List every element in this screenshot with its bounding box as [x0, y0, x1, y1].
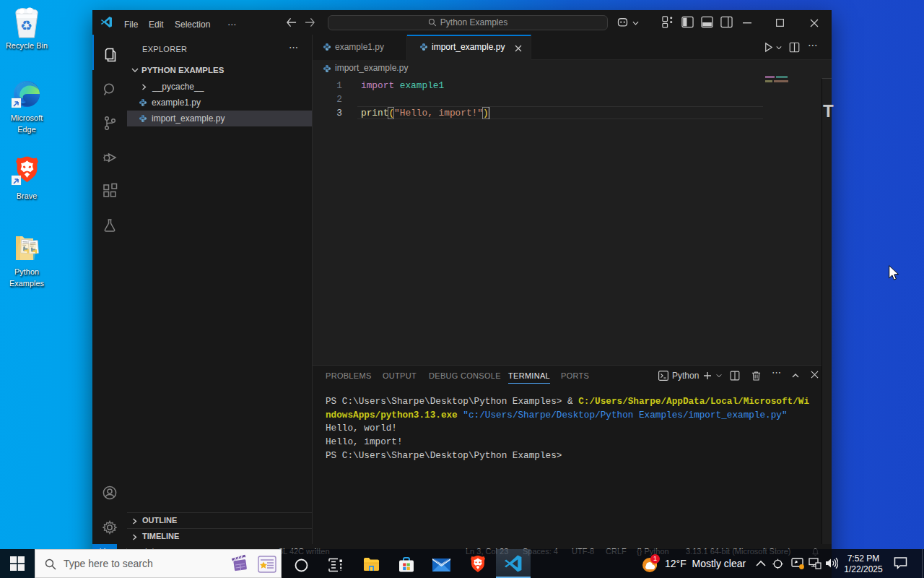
svg-text:♻: ♻ [20, 18, 32, 33]
svg-text:1: 1 [653, 555, 657, 562]
